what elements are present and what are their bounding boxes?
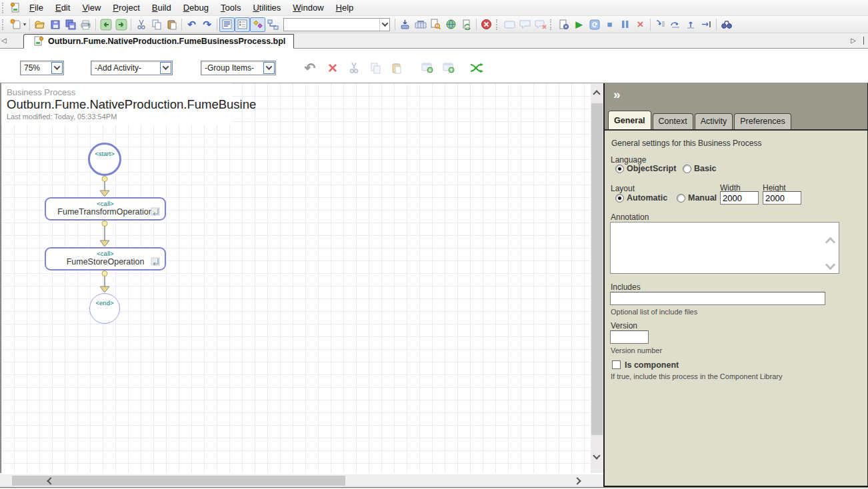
menu-edit[interactable]: Edit (49, 1, 76, 15)
add-activity-select[interactable]: -Add Activity- (91, 61, 173, 75)
bpl-undo-button[interactable]: ↶ (301, 60, 319, 76)
annotation-textarea[interactable] (610, 222, 839, 274)
open-button[interactable] (32, 17, 47, 32)
debug-stop-button[interactable]: ■ (602, 17, 617, 32)
bpl-copy-button[interactable] (367, 60, 384, 76)
new-document-caret-icon[interactable]: ▾ (23, 21, 26, 27)
tab-scroll-right-button[interactable]: ▷ (851, 37, 856, 44)
paste-button[interactable] (164, 17, 179, 32)
step-over-button[interactable] (668, 17, 683, 32)
menu-project[interactable]: Project (107, 1, 145, 15)
debug-clear-button[interactable]: × (633, 17, 648, 32)
group-items-dropdown[interactable] (263, 62, 275, 74)
zoom-select-dropdown[interactable] (51, 62, 63, 74)
view-designer-toggle[interactable] (250, 17, 265, 32)
cut-button[interactable] (133, 17, 149, 32)
horizontal-scroll-thumb[interactable] (12, 476, 345, 486)
scroll-up-arrow-icon[interactable] (593, 90, 600, 97)
tab-context[interactable]: Context (653, 113, 693, 129)
width-input[interactable] (720, 191, 759, 205)
step-into-button[interactable] (653, 17, 668, 32)
toolbar-grip[interactable] (496, 19, 499, 30)
new-document-button[interactable] (8, 17, 23, 32)
menu-view[interactable]: View (76, 1, 107, 15)
scroll-right-arrow-icon[interactable] (573, 477, 581, 484)
navigate-forward-button[interactable] (113, 17, 129, 32)
bpl-cut-button[interactable] (345, 60, 363, 76)
comment-box-button[interactable] (502, 17, 517, 32)
vertical-scroll-thumb[interactable] (591, 103, 603, 435)
debug-pause-button[interactable] (617, 17, 633, 32)
group-items-select[interactable]: -Group Items- (201, 61, 276, 75)
redo-button[interactable]: ↷ (199, 17, 215, 32)
canvas-horizontal-scrollbar[interactable] (0, 473, 603, 487)
collapse-panel-button[interactable]: » (613, 87, 621, 102)
call-icon (151, 207, 161, 216)
menu-help[interactable]: Help (330, 1, 360, 15)
inspect-button[interactable] (428, 17, 443, 32)
scroll-down-arrow-icon[interactable] (825, 260, 836, 270)
view-editor-toggle[interactable] (219, 17, 235, 32)
debug-target-button[interactable] (556, 17, 571, 32)
compile-button[interactable] (397, 17, 413, 32)
comment-bubble-delete-button[interactable] (533, 17, 548, 32)
watch-button[interactable] (719, 17, 734, 32)
view-related-button[interactable] (265, 17, 281, 32)
undo-button[interactable]: ↶ (184, 17, 199, 32)
bpl-delete-button[interactable]: × (324, 60, 341, 76)
is-component-checkbox[interactable] (612, 360, 621, 369)
toolbar-grip[interactable] (550, 19, 553, 30)
web-button[interactable] (443, 17, 459, 32)
combobox-dropdown-button[interactable] (379, 19, 389, 31)
menu-window[interactable]: Window (287, 1, 329, 15)
tab-general[interactable]: General (608, 111, 651, 129)
navigate-back-button[interactable] (98, 17, 113, 32)
zoom-select[interactable]: 75% (20, 61, 64, 75)
scroll-down-arrow-icon[interactable] (593, 452, 600, 459)
bpl-reroute-button[interactable] (468, 60, 485, 76)
tab-activity[interactable]: Activity (695, 113, 733, 129)
debug-go-button[interactable]: ▶ (571, 17, 587, 32)
scroll-up-arrow-icon[interactable] (825, 237, 836, 248)
cancel-button[interactable] (479, 17, 494, 32)
namespace-combobox[interactable] (283, 18, 390, 31)
includes-input[interactable] (610, 292, 825, 305)
bpl-node-end[interactable]: <end> (89, 293, 120, 324)
tab-scroll-left-button[interactable]: ◁ (1, 37, 7, 44)
document-tab[interactable]: Outburn.Fume.NativeProduction.FumeBusine… (23, 34, 294, 49)
menu-debug[interactable]: Debug (177, 1, 215, 15)
bpl-node-start[interactable]: <start> (88, 143, 121, 176)
print-button[interactable] (78, 17, 93, 32)
debug-restart-button[interactable] (587, 17, 602, 32)
height-input[interactable] (763, 191, 801, 205)
menu-file[interactable]: File (23, 1, 49, 15)
save-button[interactable] (47, 17, 63, 32)
language-basic-radio[interactable] (683, 165, 691, 173)
language-objectscript-radio[interactable] (615, 165, 624, 173)
bpl-node-call-transform[interactable]: <call> FumeTransformOperation (45, 197, 166, 221)
menu-tools[interactable]: Tools (215, 1, 247, 15)
canvas-vertical-scrollbar[interactable] (591, 83, 603, 473)
copy-button[interactable] (149, 17, 164, 32)
build-all-button[interactable] (413, 17, 428, 32)
bpl-paste-group-button[interactable] (440, 60, 457, 76)
menu-utilities[interactable]: Utilities (247, 1, 287, 15)
toolbar-grip[interactable] (2, 19, 5, 30)
run-to-cursor-button[interactable] (699, 17, 714, 32)
layout-manual-radio[interactable] (677, 194, 685, 203)
toolbar-grip[interactable] (2, 3, 5, 13)
bpl-node-call-store[interactable]: <call> FumeStoreOperation (45, 247, 166, 270)
step-out-button[interactable] (683, 17, 699, 32)
menu-build[interactable]: Build (146, 1, 177, 15)
comment-bubble-button[interactable] (517, 17, 533, 32)
tab-preferences[interactable]: Preferences (734, 113, 791, 129)
add-activity-dropdown[interactable] (160, 62, 171, 74)
bpl-copy-group-button[interactable] (419, 60, 436, 76)
layout-automatic-radio[interactable] (615, 194, 624, 203)
sync-button[interactable] (459, 17, 474, 32)
bpl-paste-button[interactable] (388, 60, 405, 76)
bpl-diagram-canvas[interactable]: Business Process Outburn.Fume.NativeProd… (0, 83, 591, 473)
view-inspector-toggle[interactable] (235, 17, 250, 32)
version-input[interactable] (610, 330, 649, 344)
save-all-button[interactable] (63, 17, 78, 32)
